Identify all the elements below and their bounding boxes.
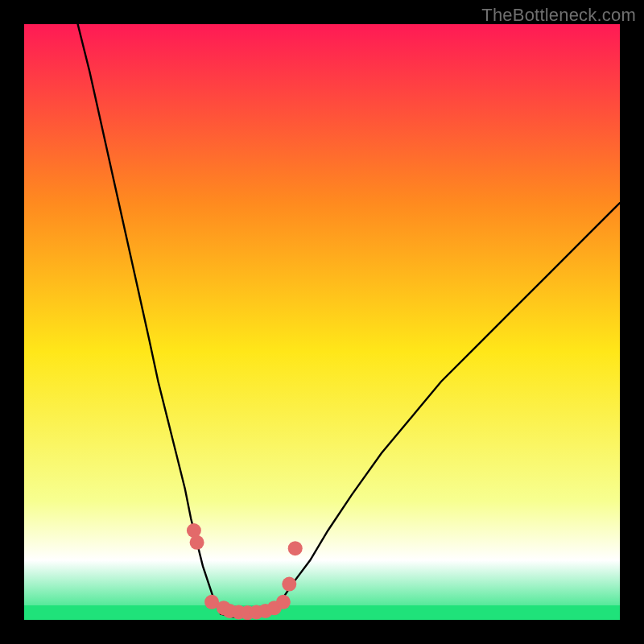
data-point <box>288 541 303 555</box>
bottleneck-chart <box>24 24 620 620</box>
watermark-text: TheBottleneck.com <box>481 5 636 26</box>
chart-frame <box>24 24 620 620</box>
data-point <box>282 577 296 592</box>
gradient-background <box>24 24 620 620</box>
data-point <box>190 535 204 550</box>
data-point <box>276 595 291 609</box>
bottom-green-band <box>24 605 620 620</box>
